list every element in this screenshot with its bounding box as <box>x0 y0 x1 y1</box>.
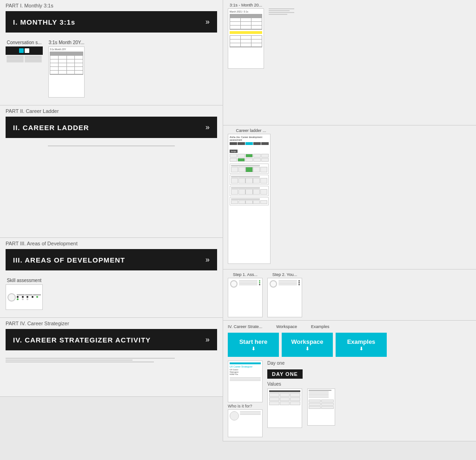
table-cell <box>67 52 75 55</box>
part1-thumb2[interactable]: 3:1s Month 20Y... 3:1s Month 20Y <box>48 40 85 98</box>
skill-bar <box>25 294 33 296</box>
workspace-button[interactable]: Workspace ⬇ <box>282 333 333 357</box>
step-circle <box>270 280 277 288</box>
career-cell <box>245 189 252 195</box>
part1-thumb1[interactable]: Conversation s... <box>6 40 43 98</box>
monthly-header: 3:1s Month 20Y <box>50 48 83 51</box>
right-part3-step2[interactable]: Step 2. You... <box>267 272 302 317</box>
career-grid-row1 <box>230 154 269 158</box>
right-part2-label: Career ladder ... <box>228 128 274 133</box>
career-cell-header <box>261 142 269 145</box>
start-here-label: Start here <box>239 338 268 345</box>
part1-thumb1-label: Conversation s... <box>7 40 41 45</box>
career-cell <box>231 200 238 204</box>
skill-dot <box>26 296 28 298</box>
start-here-button[interactable]: Start here ⬇ <box>228 333 279 357</box>
right-part4-examples-label: Examples <box>311 324 330 329</box>
career-grid-header <box>230 142 269 145</box>
part1-banner[interactable]: I. MONTHLY 3:1s » <box>6 11 217 33</box>
skill-dot <box>17 296 19 298</box>
values-cell <box>280 393 290 397</box>
page-container: PART I. Monthly 3:1s I. MONTHLY 3:1s » C… <box>0 0 476 441</box>
career-cell <box>231 189 238 195</box>
step-circle <box>230 280 238 288</box>
step1-dots <box>259 280 260 315</box>
career-cell <box>238 189 245 195</box>
career-cell <box>253 200 260 204</box>
values-header <box>269 390 300 392</box>
examples-button[interactable]: Examples ⬇ <box>336 333 387 357</box>
step2-label: Step 2. You... <box>272 272 298 277</box>
strat-line <box>230 380 261 381</box>
values-row <box>269 397 300 401</box>
career-section-grid4 <box>231 200 267 204</box>
right-part3-step1[interactable]: Step 1. Ass... <box>228 272 263 317</box>
values-label: Values <box>267 381 303 387</box>
career-cell <box>261 158 269 162</box>
left-column: PART I. Monthly 3:1s I. MONTHLY 3:1s » C… <box>0 0 223 441</box>
part2-spacer3 <box>0 210 223 237</box>
table-cell <box>251 36 262 39</box>
day-one-banner: DAY ONE <box>267 369 303 379</box>
career-cell <box>238 200 245 204</box>
step2-circle <box>270 280 277 315</box>
start-here-thumb[interactable]: UX Career Strategizer UX CareerStrategiz… <box>228 361 263 437</box>
career-cell-header <box>230 142 237 145</box>
right-part1-thumb1[interactable]: 3:1s - Month 20... March 2021 / 3:1s <box>228 3 264 69</box>
career-section-grid <box>231 167 267 172</box>
skill-bar <box>33 294 41 296</box>
values-thumb[interactable] <box>267 388 302 428</box>
who-for-lines <box>240 411 261 435</box>
table-cell <box>251 22 262 25</box>
table-row <box>50 67 83 71</box>
right-part4-labels-row: IV. Career Strate... Workspace Examples <box>228 324 471 330</box>
strat-line <box>230 379 261 380</box>
right-part1-label1: 3:1s - Month 20... <box>230 3 262 7</box>
strat-doc-subtitle: UX Career Strategizer <box>230 365 261 368</box>
avatar-circle <box>230 411 239 421</box>
table-row <box>230 14 262 18</box>
table-cell <box>75 52 83 55</box>
examples-cols <box>309 400 334 409</box>
step1-circle <box>230 280 238 315</box>
convo-line <box>7 57 24 58</box>
convo-line <box>25 60 42 61</box>
strat-line <box>230 377 261 378</box>
part1-banner-title: I. MONTHLY 3:1s <box>13 18 75 26</box>
part4-lines <box>6 358 217 362</box>
doc-line <box>269 12 294 13</box>
values-cell <box>280 397 290 401</box>
step-line <box>278 282 297 283</box>
career-cell <box>253 154 261 158</box>
part2-banner[interactable]: II. CAREER LADDER » <box>6 117 217 138</box>
right-part3-section: Step 1. Ass... <box>223 269 476 321</box>
strat-doc-header <box>230 362 261 364</box>
table-cell <box>251 18 262 21</box>
convo-col2 <box>25 56 42 62</box>
part4-banner[interactable]: IV. CAREER STRATEGIZER ACTIVITY » <box>6 329 217 350</box>
career-cell <box>260 189 267 195</box>
skill-dot <box>32 296 33 298</box>
convo-line <box>7 56 24 57</box>
step1-content <box>239 280 258 315</box>
part4-banner-arrow: » <box>205 335 210 344</box>
right-part2-career-doc[interactable]: Aisha Jou: Career development assessment… <box>228 134 471 264</box>
values-cell <box>290 393 300 397</box>
career-cell <box>238 167 245 172</box>
table-cell <box>75 71 83 74</box>
part4-banner-title: IV. CAREER STRATEGIZER ACTIVITY <box>13 336 151 344</box>
convo-body <box>6 55 43 63</box>
who-line <box>240 414 261 415</box>
strat-doc-thumb: UX Career Strategizer UX CareerStrategiz… <box>228 361 263 402</box>
right-part1-section: 3:1s - Month 20... March 2021 / 3:1s <box>223 0 476 125</box>
right-part1-thumb2[interactable] <box>269 3 294 69</box>
ex-line <box>309 390 331 391</box>
strat-doc-text: UX CareerStrategizerHOW TOs <box>230 368 261 375</box>
part3-skill-thumb[interactable]: Skill assessment <box>6 278 43 310</box>
skill-dots <box>17 296 41 300</box>
part3-banner[interactable]: III. AREAS OF DEVELOPMENT » <box>6 249 217 270</box>
examples-thumb-area[interactable] <box>307 388 335 437</box>
table-cell <box>241 43 251 46</box>
values-cell <box>269 397 279 401</box>
table-cell <box>75 63 83 66</box>
